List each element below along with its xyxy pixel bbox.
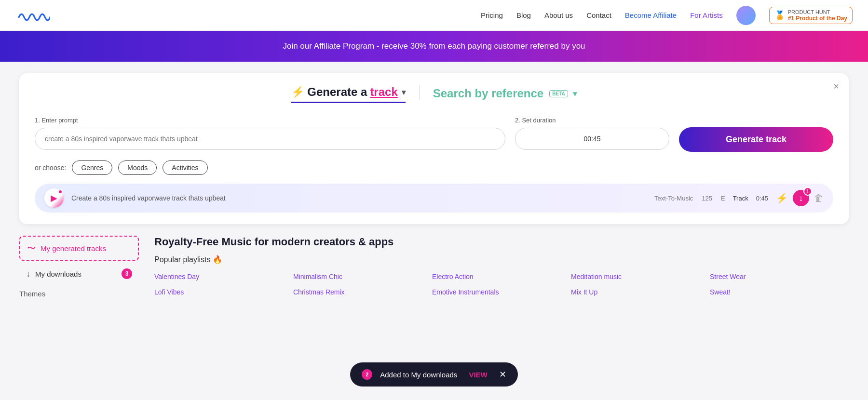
search-by-reference: Search by reference xyxy=(433,87,543,100)
track-actions: ⚡ ↓ 1 🗑 xyxy=(776,190,824,206)
moods-pill[interactable]: Moods xyxy=(118,160,157,175)
regenerate-icon[interactable]: ⚡ xyxy=(776,192,788,204)
chevron-down-icon: ▾ xyxy=(402,88,406,97)
toast-text: Added to My downloads xyxy=(380,371,457,379)
nav-about[interactable]: About us xyxy=(544,11,573,19)
toast-view-button[interactable]: VIEW xyxy=(469,371,487,379)
close-button[interactable]: × xyxy=(833,81,839,92)
toast-close-button[interactable]: ✕ xyxy=(499,369,506,380)
playlist-sweat[interactable]: Sweat! xyxy=(710,286,849,298)
content-area: Royalty-Free Music for modern creators &… xyxy=(154,236,849,298)
prompt-col: 1. Enter prompt xyxy=(35,117,505,150)
playlist-streetwear[interactable]: Street Wear xyxy=(710,271,849,282)
download-badge: 1 xyxy=(803,187,812,196)
sidebar-downloads-label: My downloads xyxy=(35,270,81,278)
prompt-label: 1. Enter prompt xyxy=(35,117,505,124)
track-description: Create a 80s inspired vaporwave track th… xyxy=(71,194,647,202)
track-bpm: 125 xyxy=(702,195,712,202)
choose-label: or choose: xyxy=(35,164,66,172)
affiliate-banner[interactable]: Join our Affiliate Program - receive 30%… xyxy=(0,31,868,62)
nav-pricing[interactable]: Pricing xyxy=(481,11,503,19)
tab-divider xyxy=(419,85,420,100)
track-tag: Text-To-Music xyxy=(654,195,693,202)
product-hunt-badge[interactable]: 🏅 PRODUCT HUNT #1 Product of the Day xyxy=(769,7,853,24)
playlist-christmas[interactable]: Christmas Remix xyxy=(293,286,432,298)
wave-icon: 〜 xyxy=(27,242,36,254)
banner-text: Join our Affiliate Program - receive 30%… xyxy=(283,41,585,51)
playlist-mixitup[interactable]: Mix It Up xyxy=(571,286,710,298)
sidebar: 〜 My generated tracks ↓ My downloads 3 T… xyxy=(19,236,154,298)
toast: 2 Added to My downloads VIEW ✕ xyxy=(0,362,868,387)
playlist-grid: Valentines Day Minimalism Chic Electro A… xyxy=(154,271,849,298)
toast-badge: 2 xyxy=(362,369,372,380)
tab-generate[interactable]: ⚡ Generate a track ▾ xyxy=(291,85,405,103)
prompt-input[interactable] xyxy=(35,128,505,150)
ph-label: PRODUCT HUNT xyxy=(788,9,847,15)
popular-playlists-label: Popular playlists 🔥 xyxy=(154,255,849,264)
sidebar-generated-label: My generated tracks xyxy=(41,244,106,253)
activities-pill[interactable]: Activities xyxy=(163,160,207,175)
playlist-lofi[interactable]: Lofi Vibes xyxy=(154,286,293,298)
logo[interactable] xyxy=(15,7,50,24)
download-icon: ↓ xyxy=(799,193,803,203)
download-icon: ↓ xyxy=(26,269,30,279)
generate-prefix: Generate a xyxy=(307,85,367,99)
main-card-wrapper: × ⚡ Generate a track ▾ Search by referen… xyxy=(0,62,868,224)
ph-title: #1 Product of the Day xyxy=(788,15,847,22)
nav-blog[interactable]: Blog xyxy=(516,11,531,19)
track-metadata: Text-To-Music 125 E xyxy=(654,195,725,202)
downloads-badge: 3 xyxy=(122,268,132,279)
toast-inner: 2 Added to My downloads VIEW ✕ xyxy=(350,362,517,387)
avatar[interactable] xyxy=(736,6,756,25)
tab-search[interactable]: Search by reference BETA ▾ xyxy=(433,87,577,103)
track-play-button[interactable]: ▶ xyxy=(44,188,64,208)
track-type: Track xyxy=(733,195,748,202)
content-title: Royalty-Free Music for modern creators &… xyxy=(154,236,849,248)
lower-section: 〜 My generated tracks ↓ My downloads 3 T… xyxy=(0,224,868,298)
trophy-icon: 🏅 xyxy=(774,10,785,21)
track-key: E xyxy=(721,195,725,202)
genres-pill[interactable]: Genres xyxy=(72,160,112,175)
track-row: ▶ Create a 80s inspired vaporwave track … xyxy=(35,184,833,213)
beta-badge: BETA xyxy=(549,90,568,97)
duration-input[interactable] xyxy=(515,128,669,150)
nav-links: Pricing Blog About us Contact Become Aff… xyxy=(481,6,853,25)
track-word: track xyxy=(370,85,397,99)
track-download-button[interactable]: ↓ 1 xyxy=(793,190,809,206)
track-duration: 0:45 xyxy=(756,195,768,202)
track-delete-icon[interactable]: 🗑 xyxy=(814,193,824,204)
duration-col: 2. Set duration xyxy=(515,117,669,150)
recording-dot xyxy=(58,189,63,194)
card-tabs: ⚡ Generate a track ▾ Search by reference… xyxy=(35,85,833,103)
play-icon: ▶ xyxy=(51,193,57,203)
duration-label: 2. Set duration xyxy=(515,117,669,124)
playlist-minimalism[interactable]: Minimalism Chic xyxy=(293,271,432,282)
playlist-emotive[interactable]: Emotive Instrumentals xyxy=(432,286,571,298)
themes-label: Themes xyxy=(19,290,139,298)
form-row: 1. Enter prompt 2. Set duration Generate… xyxy=(35,117,833,152)
playlist-meditation[interactable]: Meditation music xyxy=(571,271,710,282)
bolt-icon: ⚡ xyxy=(291,86,304,98)
generate-track-button[interactable]: Generate track xyxy=(679,127,833,152)
navbar: Pricing Blog About us Contact Become Aff… xyxy=(0,0,868,31)
sidebar-item-generated-tracks[interactable]: 〜 My generated tracks xyxy=(19,236,139,261)
playlist-electro[interactable]: Electro Action xyxy=(432,271,571,282)
nav-for-artists[interactable]: For Artists xyxy=(690,11,723,19)
playlist-valentines[interactable]: Valentines Day xyxy=(154,271,293,282)
nav-contact[interactable]: Contact xyxy=(586,11,611,19)
main-card: × ⚡ Generate a track ▾ Search by referen… xyxy=(19,73,849,224)
sidebar-item-downloads[interactable]: ↓ My downloads 3 xyxy=(19,263,139,285)
choose-row: or choose: Genres Moods Activities xyxy=(35,160,833,175)
search-chevron-icon: ▾ xyxy=(573,89,577,98)
nav-affiliate[interactable]: Become Affiliate xyxy=(625,11,677,19)
